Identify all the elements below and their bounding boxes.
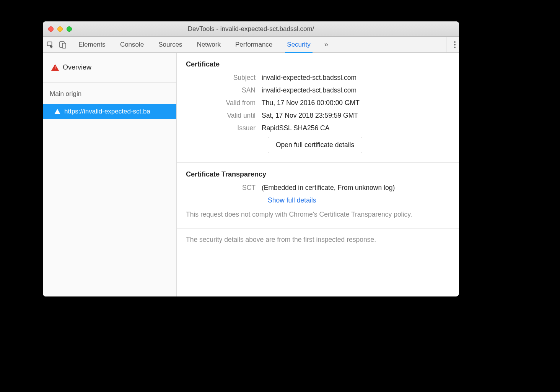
content-pane: Certificate Subject invalid-expected-sct… — [177, 53, 459, 296]
cert-valid-from-label: Valid from — [186, 99, 262, 107]
origin-warning-icon — [54, 109, 60, 114]
tab-security[interactable]: Security — [286, 37, 311, 53]
cert-san-label: SAN — [186, 86, 262, 94]
cert-valid-from-value: Thu, 17 Nov 2016 00:00:00 GMT — [262, 99, 450, 107]
cert-valid-from-row: Valid from Thu, 17 Nov 2016 00:00:00 GMT — [186, 99, 450, 107]
cert-valid-until-value: Sat, 17 Nov 2018 23:59:59 GMT — [262, 112, 450, 120]
tab-network[interactable]: Network — [196, 37, 221, 53]
cert-subject-value: invalid-expected-sct.badssl.com — [262, 74, 450, 82]
sidebar-overview[interactable]: Overview — [43, 53, 176, 83]
more-tabs-icon[interactable]: » — [324, 40, 328, 49]
traffic-lights — [43, 26, 72, 32]
svg-rect-2 — [62, 43, 66, 48]
ct-link-row: Show full details — [186, 196, 450, 204]
tab-console[interactable]: Console — [119, 37, 145, 53]
cert-issuer-value: RapidSSL SHA256 CA — [262, 124, 450, 132]
open-certificate-details-button[interactable]: Open full certificate details — [268, 137, 362, 153]
zoom-window-button[interactable] — [67, 26, 72, 32]
cert-valid-until-label: Valid until — [186, 112, 262, 120]
ct-section: Certificate Transparency SCT (Embedded i… — [177, 163, 459, 229]
tabs: Elements Console Sources Network Perform… — [78, 37, 441, 53]
ct-sct-value: (Embedded in certificate, From unknown l… — [262, 184, 450, 192]
ct-sct-row: SCT (Embedded in certificate, From unkno… — [186, 184, 450, 192]
toolbar-icons — [47, 41, 72, 49]
settings-menu-icon[interactable] — [446, 37, 455, 53]
cert-san-row: SAN invalid-expected-sct.badssl.com — [186, 86, 450, 94]
origin-row[interactable]: https://invalid-expected-sct.ba — [43, 104, 176, 119]
cert-subject-row: Subject invalid-expected-sct.badssl.com — [186, 74, 450, 82]
cert-button-row: Open full certificate details — [186, 137, 450, 153]
window-title: DevTools - invalid-expected-sct.badssl.c… — [43, 25, 459, 33]
footer-note: The security details above are from the … — [177, 229, 459, 251]
tab-performance[interactable]: Performance — [234, 37, 273, 53]
minimize-window-button[interactable] — [57, 26, 63, 32]
tab-sources[interactable]: Sources — [158, 37, 183, 53]
certificate-heading: Certificate — [186, 60, 450, 68]
show-full-details-link[interactable]: Show full details — [268, 196, 316, 204]
sidebar-main-origin-header: Main origin — [43, 83, 176, 104]
ct-policy-note: This request does not comply with Chrome… — [186, 210, 450, 219]
sidebar: Overview Main origin https://invalid-exp… — [43, 53, 177, 296]
inspect-element-icon[interactable] — [47, 41, 54, 49]
warning-icon — [51, 64, 59, 71]
certificate-section: Certificate Subject invalid-expected-sct… — [177, 53, 459, 163]
toolbar: Elements Console Sources Network Perform… — [43, 37, 459, 53]
cert-san-value: invalid-expected-sct.badssl.com — [262, 86, 450, 94]
cert-issuer-row: Issuer RapidSSL SHA256 CA — [186, 124, 450, 132]
overview-label: Overview — [63, 63, 91, 71]
devtools-window: DevTools - invalid-expected-sct.badssl.c… — [43, 21, 459, 296]
cert-issuer-label: Issuer — [186, 124, 262, 132]
tab-elements[interactable]: Elements — [78, 37, 106, 53]
ct-sct-label: SCT — [186, 184, 262, 192]
titlebar: DevTools - invalid-expected-sct.badssl.c… — [43, 21, 459, 37]
panel-body: Overview Main origin https://invalid-exp… — [43, 53, 459, 296]
ct-heading: Certificate Transparency — [186, 170, 450, 178]
origin-url: https://invalid-expected-sct.ba — [64, 108, 150, 115]
cert-subject-label: Subject — [186, 74, 262, 82]
svg-rect-0 — [47, 42, 52, 45]
close-window-button[interactable] — [48, 26, 54, 32]
cert-valid-until-row: Valid until Sat, 17 Nov 2018 23:59:59 GM… — [186, 112, 450, 120]
device-toolbar-icon[interactable] — [59, 41, 67, 49]
